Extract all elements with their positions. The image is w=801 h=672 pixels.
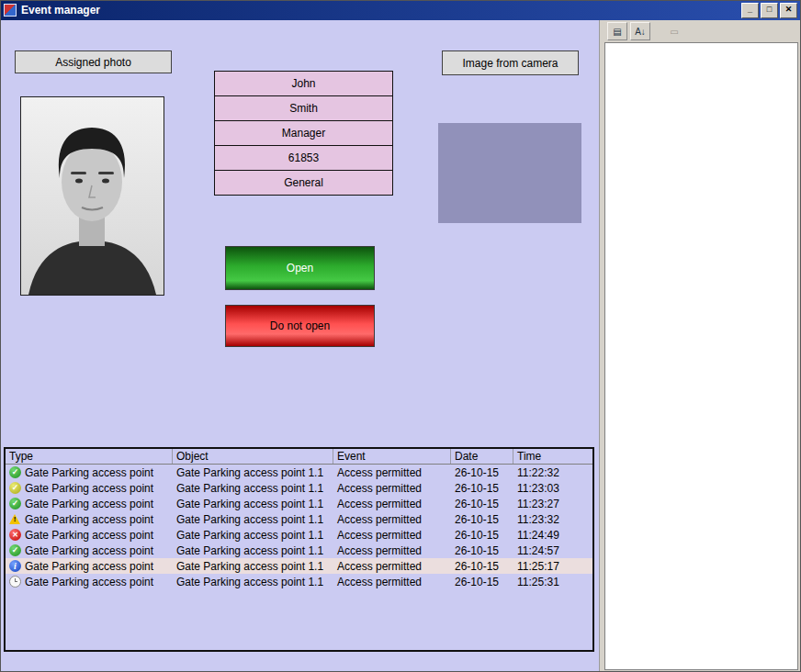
right-panel: ▤ A↓ ▭ [599, 20, 801, 672]
event-date: 26-10-15 [451, 560, 513, 573]
close-button[interactable]: ✕ [780, 3, 797, 18]
event-date: 26-10-15 [451, 513, 513, 526]
event-type-cell: ✓Gate Parking access point [6, 482, 173, 495]
event-time: 11:23:27 [513, 498, 592, 510]
event-type-cell: ✕Gate Parking access point [6, 529, 173, 542]
event-name: Access permitted [333, 466, 451, 479]
event-row[interactable]: Gate Parking access pointGate Parking ac… [6, 511, 592, 527]
event-row[interactable]: ✕Gate Parking access pointGate Parking a… [6, 527, 592, 543]
event-name: Access permitted [333, 560, 451, 573]
property-grid-area [604, 42, 798, 670]
column-header-time[interactable]: Time [513, 449, 592, 464]
event-type-text: Gate Parking access point [25, 560, 153, 573]
event-time: 11:25:31 [513, 576, 592, 588]
event-row[interactable]: ✓Gate Parking access pointGate Parking a… [6, 465, 592, 480]
event-type-text: Gate Parking access point [25, 544, 153, 557]
info-status-icon: i [9, 560, 21, 572]
event-object: Gate Parking access point 1.1 [173, 529, 333, 542]
assigned-photo-image [20, 96, 164, 296]
event-type-cell: Gate Parking access point [6, 513, 173, 526]
position-field: Manager [215, 120, 392, 145]
event-name: Access permitted [333, 529, 451, 542]
event-time: 11:23:32 [513, 513, 592, 526]
event-name: Access permitted [333, 513, 451, 526]
column-header-date[interactable]: Date [451, 449, 513, 464]
event-date: 26-10-15 [451, 544, 513, 557]
warning-status-icon [9, 513, 21, 525]
event-date: 26-10-15 [451, 482, 513, 495]
portrait-photo [21, 97, 164, 295]
events-table-header: TypeObjectEventDateTime [6, 449, 592, 465]
event-object: Gate Parking access point 1.1 [173, 513, 333, 526]
sort-alphabetical-icon[interactable]: A↓ [630, 22, 650, 40]
event-name: Access permitted [333, 576, 451, 588]
event-row[interactable]: ✓Gate Parking access pointGate Parking a… [6, 480, 592, 496]
window-controls: _ □ ✕ [741, 3, 797, 18]
titlebar: Event manager _ □ ✕ [0, 0, 801, 20]
events-table-body: ✓Gate Parking access pointGate Parking a… [6, 465, 592, 589]
event-name: Access permitted [333, 498, 451, 510]
window-title: Event manager [21, 4, 100, 17]
first-name-field: John [215, 72, 392, 95]
success-status-icon: ✓ [9, 544, 21, 556]
open-button[interactable]: Open [225, 246, 375, 290]
pending-status-icon [9, 576, 21, 588]
card-number-field: 61853 [215, 145, 392, 170]
event-object: Gate Parking access point 1.1 [173, 560, 333, 573]
event-row[interactable]: ✓Gate Parking access pointGate Parking a… [6, 543, 592, 558]
maximize-button[interactable]: □ [761, 3, 778, 18]
event-type-cell: ✓Gate Parking access point [6, 498, 173, 510]
error-status-icon: ✕ [9, 529, 21, 541]
event-type-text: Gate Parking access point [25, 576, 153, 588]
image-from-camera-label: Image from camera [442, 50, 579, 75]
property-pages-icon: ▭ [664, 22, 684, 40]
event-name: Access permitted [333, 482, 451, 495]
event-time: 11:25:17 [513, 560, 592, 573]
column-header-event[interactable]: Event [333, 449, 451, 464]
event-type-cell: iGate Parking access point [6, 560, 173, 573]
minimize-button[interactable]: _ [741, 3, 759, 18]
event-type-text: Gate Parking access point [25, 466, 153, 479]
person-fields: John Smith Manager 61853 General [214, 71, 393, 196]
event-object: Gate Parking access point 1.1 [173, 544, 333, 557]
event-type-cell: ✓Gate Parking access point [6, 466, 173, 479]
last-name-field: Smith [215, 95, 392, 120]
event-row[interactable]: iGate Parking access pointGate Parking a… [6, 558, 592, 574]
event-time: 11:22:32 [513, 466, 592, 479]
event-type-text: Gate Parking access point [25, 498, 153, 510]
event-type-cell: Gate Parking access point [6, 576, 173, 588]
camera-image-placeholder [438, 123, 581, 223]
event-type-cell: ✓Gate Parking access point [6, 544, 173, 557]
event-object: Gate Parking access point 1.1 [173, 498, 333, 510]
right-panel-toolbar: ▤ A↓ ▭ [600, 20, 801, 42]
event-time: 11:24:57 [513, 544, 592, 557]
event-time: 11:24:49 [513, 529, 592, 542]
event-date: 26-10-15 [451, 529, 513, 542]
event-date: 26-10-15 [451, 576, 513, 588]
event-object: Gate Parking access point 1.1 [173, 482, 333, 495]
success-status-icon: ✓ [9, 466, 21, 478]
department-field: General [215, 170, 392, 195]
do-not-open-button[interactable]: Do not open [225, 305, 375, 347]
success-yellow-status-icon: ✓ [9, 482, 21, 494]
event-type-text: Gate Parking access point [25, 482, 153, 495]
event-row[interactable]: Gate Parking access pointGate Parking ac… [6, 574, 592, 589]
categorized-view-icon[interactable]: ▤ [607, 22, 627, 40]
column-header-object[interactable]: Object [173, 449, 333, 464]
event-type-text: Gate Parking access point [25, 513, 153, 526]
column-header-type[interactable]: Type [6, 449, 173, 464]
event-time: 11:23:03 [513, 482, 592, 495]
event-date: 26-10-15 [451, 466, 513, 479]
event-object: Gate Parking access point 1.1 [173, 576, 333, 588]
event-object: Gate Parking access point 1.1 [173, 466, 333, 479]
app-icon [4, 4, 17, 17]
events-table: TypeObjectEventDateTime ✓Gate Parking ac… [4, 447, 594, 652]
event-type-text: Gate Parking access point [25, 529, 153, 542]
event-name: Access permitted [333, 544, 451, 557]
success-status-icon: ✓ [9, 498, 21, 510]
event-date: 26-10-15 [451, 498, 513, 510]
assigned-photo-label: Assigned photo [15, 50, 172, 73]
event-row[interactable]: ✓Gate Parking access pointGate Parking a… [6, 496, 592, 511]
